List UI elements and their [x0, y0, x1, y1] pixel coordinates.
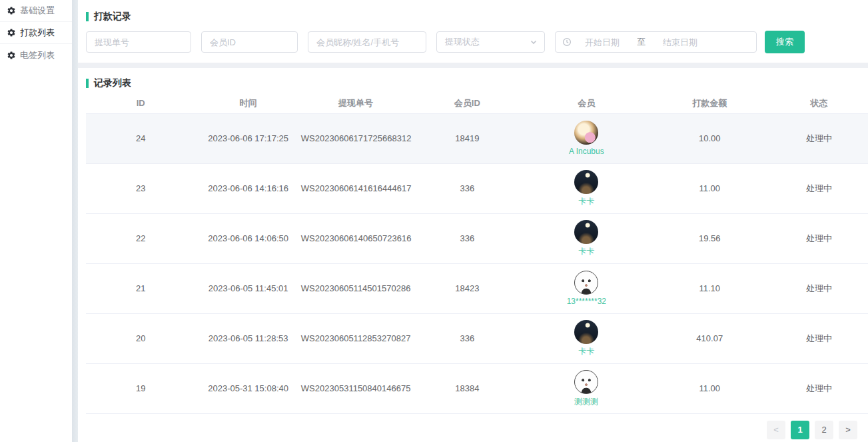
cell-member-id: 336	[410, 213, 524, 263]
column-header: 会员	[524, 93, 649, 113]
sidebar: 基础设置打款列表电签列表	[0, 0, 72, 442]
cell-amount: 11.00	[649, 363, 770, 413]
payment-record-search-panel: 打款记录 提现状态 至 搜索	[78, 0, 868, 63]
cell-status: 处理中	[770, 163, 868, 213]
cell-member: 卡卡	[524, 163, 649, 213]
sidebar-item-label: 打款列表	[20, 27, 55, 39]
member-avatar	[574, 320, 598, 344]
cell-order-no: WS20230606140650723616	[301, 213, 410, 263]
records-table: ID时间提现单号会员ID会员打款金额状态 242023-06-06 17:17:…	[86, 93, 868, 414]
cell-order-no: WS20230605112853270827	[301, 313, 410, 363]
table-row: 222023-06-06 14:06:50WS20230606140650723…	[86, 213, 868, 263]
cell-order-no: WS20230605114501570286	[301, 263, 410, 313]
cell-member: 卡卡	[524, 213, 649, 263]
member-avatar	[574, 121, 598, 145]
member-name-link[interactable]: 卡卡	[578, 196, 594, 207]
member-avatar	[574, 220, 598, 244]
column-header: 状态	[770, 93, 868, 113]
search-panel-title: 打款记录	[86, 11, 860, 23]
cell-id: 19	[86, 363, 195, 413]
sidebar-item-2[interactable]: 电签列表	[0, 44, 72, 66]
record-list-panel: 记录列表 ID时间提现单号会员ID会员打款金额状态 242023-06-06 1…	[78, 68, 868, 442]
member-name-link[interactable]: 卡卡	[578, 346, 594, 357]
cell-member-id: 336	[410, 313, 524, 363]
gear-icon	[7, 51, 16, 60]
table-row: 242023-06-06 17:17:25WS20230606171725668…	[86, 113, 868, 163]
member-avatar	[574, 370, 598, 394]
record-list-title-text: 记录列表	[94, 77, 131, 89]
cell-id: 23	[86, 163, 195, 213]
member-avatar	[574, 170, 598, 194]
cell-time: 2023-06-06 14:16:16	[195, 163, 300, 213]
pagination: <12>	[86, 414, 868, 439]
withdraw-no-input[interactable]	[86, 31, 191, 53]
member-name-link[interactable]: A Incubus	[569, 147, 604, 156]
cell-time: 2023-06-06 14:06:50	[195, 213, 300, 263]
column-header: 提现单号	[301, 93, 410, 113]
table-row: 192023-05-31 15:08:40WS20230531150840146…	[86, 363, 868, 413]
cell-order-no: WS20230606141616444617	[301, 163, 410, 213]
pagination-page-1[interactable]: 1	[791, 421, 809, 439]
column-header: ID	[86, 93, 195, 113]
cell-time: 2023-05-31 15:08:40	[195, 363, 300, 413]
sidebar-divider	[72, 0, 78, 442]
cell-status: 处理中	[770, 313, 868, 363]
search-panel-title-text: 打款记录	[94, 11, 131, 23]
member-name-link[interactable]: 测测测	[574, 396, 598, 407]
chevron-down-icon	[530, 38, 538, 46]
gear-icon	[7, 6, 16, 15]
record-list-title: 记录列表	[86, 77, 868, 89]
cell-id: 22	[86, 213, 195, 263]
cell-amount: 19.56	[649, 213, 770, 263]
cell-member-id: 336	[410, 163, 524, 213]
cell-status: 处理中	[770, 263, 868, 313]
cell-member: A Incubus	[524, 113, 649, 163]
column-header: 打款金额	[649, 93, 770, 113]
pagination-page-2[interactable]: 2	[815, 421, 833, 439]
title-accent-bar	[86, 12, 89, 21]
member-avatar	[574, 271, 598, 295]
cell-member: 13*******32	[524, 263, 649, 313]
cell-member-id: 18419	[410, 113, 524, 163]
end-date-input[interactable]	[650, 37, 711, 47]
member-name-link[interactable]: 卡卡	[578, 246, 594, 257]
table-row: 232023-06-06 14:16:16WS20230606141616444…	[86, 163, 868, 213]
member-id-input[interactable]	[201, 31, 298, 53]
cell-amount: 410.07	[649, 313, 770, 363]
cell-status: 处理中	[770, 363, 868, 413]
gear-icon	[7, 28, 16, 37]
cell-id: 24	[86, 113, 195, 163]
cell-amount: 10.00	[649, 113, 770, 163]
column-header: 会员ID	[410, 93, 524, 113]
cell-amount: 11.10	[649, 263, 770, 313]
sidebar-item-label: 基础设置	[20, 5, 55, 17]
search-button[interactable]: 搜索	[765, 31, 805, 53]
sidebar-item-label: 电签列表	[20, 49, 55, 61]
withdraw-status-select[interactable]: 提现状态	[436, 31, 545, 53]
cell-id: 21	[86, 263, 195, 313]
date-range-separator: 至	[633, 36, 650, 48]
cell-id: 20	[86, 313, 195, 363]
pagination-prev-button[interactable]: <	[767, 421, 785, 439]
table-row: 212023-06-05 11:45:01WS20230605114501570…	[86, 263, 868, 313]
sidebar-item-0[interactable]: 基础设置	[0, 0, 72, 22]
pagination-next-button[interactable]: >	[839, 421, 857, 439]
cell-member: 测测测	[524, 363, 649, 413]
main-content: 打款记录 提现状态 至 搜索	[78, 0, 868, 442]
member-name-link[interactable]: 13*******32	[567, 297, 606, 306]
table-header-row: ID时间提现单号会员ID会员打款金额状态	[86, 93, 868, 113]
cell-member-id: 18384	[410, 363, 524, 413]
member-info-input[interactable]	[308, 31, 426, 53]
sidebar-item-1[interactable]: 打款列表	[0, 22, 72, 44]
title-accent-bar	[86, 79, 89, 88]
cell-member-id: 18423	[410, 263, 524, 313]
cell-status: 处理中	[770, 213, 868, 263]
cell-amount: 11.00	[649, 163, 770, 213]
cell-status: 处理中	[770, 113, 868, 163]
column-header: 时间	[195, 93, 300, 113]
withdraw-status-select-placeholder: 提现状态	[445, 36, 530, 48]
date-range-picker[interactable]: 至	[555, 31, 757, 53]
start-date-input[interactable]	[572, 37, 633, 47]
cell-order-no: WS20230531150840146675	[301, 363, 410, 413]
table-row: 202023-06-05 11:28:53WS20230605112853270…	[86, 313, 868, 363]
